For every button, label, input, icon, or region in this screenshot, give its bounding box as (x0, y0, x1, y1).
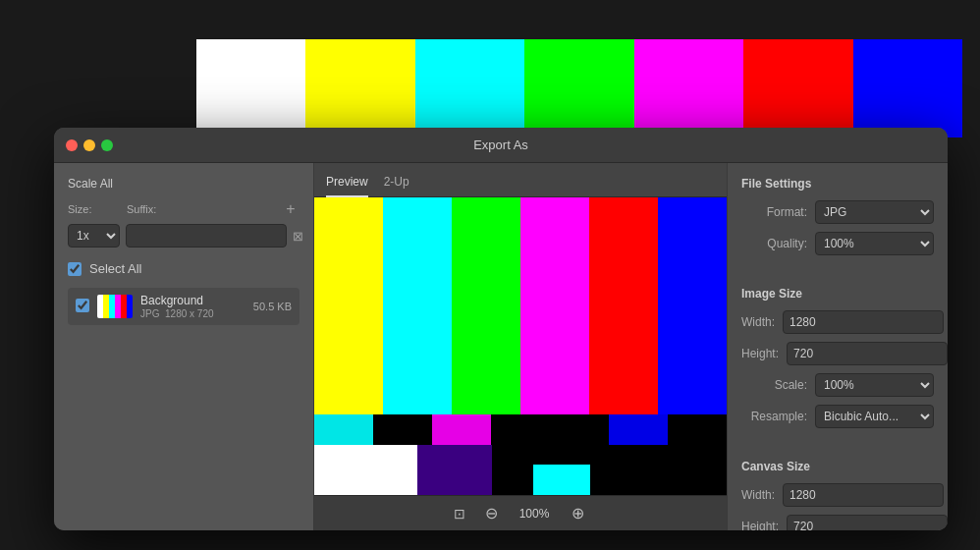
preview-bar-magenta (520, 197, 589, 414)
quality-select[interactable]: 100% 90% 80% (815, 232, 934, 255)
purple-box (417, 445, 492, 495)
preview-toolbar: ⊡ ⊖ 100% ⊕ (314, 495, 727, 530)
suffix-label: Suffix: (127, 203, 282, 215)
title-bar: Export As (54, 128, 948, 163)
size-suffix-row: Size: Suffix: + (68, 200, 299, 218)
width-input[interactable] (783, 310, 944, 334)
close-button[interactable] (66, 139, 78, 151)
bg-bar-yellow (305, 39, 414, 138)
delete-scale-button[interactable]: ⊠ (293, 227, 303, 245)
fit-to-screen-icon[interactable]: ⊡ (454, 506, 465, 522)
dialog-body: Scale All Size: Suffix: + 1x 2x 3x 0.5x … (54, 163, 948, 530)
preview-bars (314, 197, 727, 495)
format-row: Format: JPG PNG GIF SVG WEBP (741, 200, 934, 224)
tab-preview[interactable]: Preview (326, 171, 368, 197)
scale-row: Scale: 100% 50% 200% (741, 373, 934, 397)
format-select[interactable]: JPG PNG GIF SVG WEBP (815, 200, 934, 224)
layer-size: 50.5 KB (253, 301, 292, 312)
resample-row: Resample: Bicubic Auto... Bicubic Biline… (741, 405, 934, 428)
bg-bar-white (196, 39, 305, 138)
quality-row: Quality: 100% 90% 80% (741, 232, 934, 255)
select-all-checkbox[interactable] (68, 262, 82, 276)
suffix-input[interactable] (126, 224, 287, 248)
resample-label: Resample: (741, 410, 815, 423)
layer-info: Background JPG 1280 x 720 (140, 294, 245, 319)
background-color-bars (196, 39, 962, 138)
preview-bottom-section (314, 414, 727, 495)
preview-top-bars (314, 197, 727, 414)
size-input-row: 1x 2x 3x 0.5x ⊠ (68, 224, 299, 248)
canvas-width-input[interactable] (783, 483, 944, 507)
width-label: Width: (741, 315, 783, 329)
maximize-button[interactable] (101, 139, 113, 151)
bg-bar-green (524, 39, 633, 138)
layer-item: Background JPG 1280 x 720 50.5 KB (68, 288, 299, 325)
dialog-title: Export As (473, 138, 528, 152)
resample-select[interactable]: Bicubic Auto... Bicubic Bilinear (815, 405, 934, 428)
preview-bar-yellow (314, 197, 383, 414)
canvas-height-row: Height: px (741, 515, 934, 530)
select-all-row: Select All (68, 261, 299, 276)
canvas-height-label: Height: (741, 520, 787, 530)
file-settings-header: File Settings (741, 177, 934, 191)
preview-bar-cyan (383, 197, 452, 414)
minimize-button[interactable] (83, 139, 95, 151)
format-label: Format: (741, 205, 815, 219)
size-label: Size: (68, 203, 127, 215)
preview-tabs: Preview 2-Up (314, 163, 727, 197)
select-all-label: Select All (89, 261, 141, 276)
bg-bar-magenta (634, 39, 743, 138)
layer-thumbnail (97, 295, 133, 318)
export-dialog: Export As Scale All Size: Suffix: + 1x 2… (54, 128, 948, 530)
canvas-width-row: Width: px (741, 483, 934, 507)
image-size-header: Image Size (741, 287, 934, 301)
zoom-level: 100% (517, 507, 552, 521)
preview-image (314, 197, 727, 495)
white-box (314, 445, 417, 495)
scale-select[interactable]: 100% 50% 200% (815, 373, 934, 397)
left-panel: Scale All Size: Suffix: + 1x 2x 3x 0.5x … (54, 163, 314, 530)
zoom-in-icon[interactable]: ⊕ (568, 504, 587, 523)
bg-bar-red (743, 39, 852, 138)
traffic-lights (66, 139, 113, 151)
canvas-height-input[interactable] (787, 515, 948, 530)
scale-label: Scale: (741, 378, 815, 392)
canvas-size-header: Canvas Size (741, 460, 934, 473)
height-row: Height: px (741, 342, 934, 365)
preview-bar-green (452, 197, 520, 414)
layer-name: Background (140, 294, 245, 307)
layer-meta: JPG 1280 x 720 (140, 308, 245, 319)
bg-bar-blue (853, 39, 962, 138)
zoom-out-icon[interactable]: ⊖ (481, 504, 501, 523)
width-row: Width: px (741, 310, 934, 334)
scale-all-label: Scale All (68, 177, 299, 191)
add-scale-button[interactable]: + (282, 200, 299, 218)
preview-bar-blue (658, 197, 727, 414)
cyan-small-box (533, 465, 591, 495)
bg-bar-cyan (415, 39, 524, 138)
tab-2up[interactable]: 2-Up (384, 171, 409, 197)
center-panel: Preview 2-Up (314, 163, 727, 530)
canvas-width-label: Width: (741, 488, 783, 502)
height-input[interactable] (787, 342, 948, 365)
layer-checkbox[interactable] (76, 299, 89, 315)
preview-bar-red (589, 197, 658, 414)
right-panel: File Settings Format: JPG PNG GIF SVG WE… (727, 163, 948, 530)
quality-label: Quality: (741, 237, 815, 250)
size-select[interactable]: 1x 2x 3x 0.5x (68, 224, 120, 248)
height-label: Height: (741, 347, 787, 360)
